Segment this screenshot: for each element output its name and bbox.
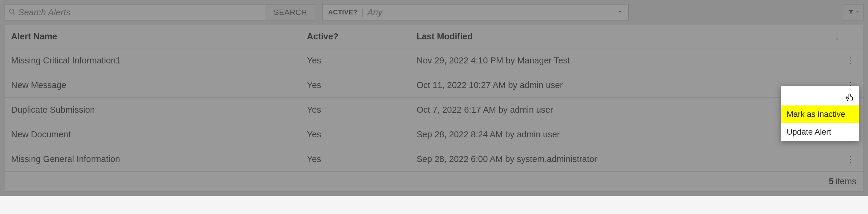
- table-row: New Message Yes Oct 11, 2022 10:27 AM by…: [4, 73, 864, 98]
- alerts-table: Alert Name Active? Last Modified ↓ Missi…: [4, 25, 864, 191]
- table-row: New Document Yes Sep 28, 2022 8:24 AM by…: [4, 122, 864, 147]
- column-header-modified[interactable]: Last Modified: [416, 32, 831, 41]
- active-filter-dropdown[interactable]: ACTIVE? | Any: [322, 4, 629, 21]
- row-context-menu: Mark as inactive Update Alert: [781, 86, 859, 141]
- divider: |: [362, 7, 364, 17]
- cell-name: Missing General Information: [11, 154, 307, 164]
- svg-line-1: [13, 12, 15, 14]
- table-header-row: Alert Name Active? Last Modified ↓: [4, 25, 864, 49]
- cell-active: Yes: [307, 154, 416, 164]
- active-filter-label: ACTIVE?: [328, 8, 358, 16]
- column-header-name[interactable]: Alert Name: [11, 32, 307, 41]
- table-row: Missing General Information Yes Sep 28, …: [4, 147, 864, 172]
- search-input[interactable]: [18, 7, 261, 18]
- svg-point-0: [10, 9, 14, 13]
- cell-active: Yes: [307, 129, 416, 140]
- cell-active: Yes: [307, 105, 416, 115]
- kebab-icon[interactable]: ⋮: [846, 155, 855, 163]
- cell-name: New Message: [11, 80, 307, 90]
- toolbar: SEARCH ACTIVE? | Any: [4, 4, 864, 21]
- column-header-active[interactable]: Active?: [307, 32, 416, 41]
- context-menu-header: [781, 86, 859, 105]
- active-filter-value: Any: [367, 7, 617, 18]
- cell-modified: Nov 29, 2022 4:10 PM by Manager Test: [416, 56, 831, 65]
- items-label: items: [836, 177, 856, 186]
- search-button[interactable]: SEARCH: [266, 4, 315, 20]
- sort-descending-icon[interactable]: ↓: [831, 32, 844, 42]
- filter-button[interactable]: [843, 4, 864, 21]
- table-row: Missing Critical Information1 Yes Nov 29…: [4, 49, 864, 73]
- cell-modified: Oct 11, 2022 10:27 AM by admin user: [416, 80, 831, 90]
- cell-active: Yes: [307, 80, 416, 90]
- cell-name: New Document: [11, 129, 307, 140]
- pointer-cursor-icon: [845, 91, 855, 103]
- filter-icon: [847, 8, 855, 17]
- cell-name: Duplicate Submission: [11, 105, 307, 115]
- item-count: 5: [829, 177, 834, 186]
- search-input-wrap: [4, 4, 266, 20]
- cell-modified: Sep 28, 2022 6:00 AM by system.administr…: [416, 154, 831, 164]
- kebab-icon[interactable]: ⋮: [846, 57, 855, 65]
- cell-name: Missing Critical Information1: [11, 56, 307, 65]
- cell-modified: Sep 28, 2022 8:24 AM by admin user: [416, 129, 831, 140]
- table-row: Duplicate Submission Yes Oct 7, 2022 6:1…: [4, 98, 864, 122]
- chevron-down-icon: [856, 10, 859, 15]
- table-footer: 5 items: [4, 172, 864, 191]
- menu-item-mark-inactive[interactable]: Mark as inactive: [781, 105, 859, 123]
- cell-active: Yes: [307, 56, 416, 65]
- search-icon: [9, 8, 18, 17]
- search-group: SEARCH: [4, 4, 315, 21]
- chevron-down-icon: [617, 9, 623, 16]
- cell-modified: Oct 7, 2022 6:17 AM by admin user: [416, 105, 831, 115]
- menu-item-update-alert[interactable]: Update Alert: [781, 123, 859, 141]
